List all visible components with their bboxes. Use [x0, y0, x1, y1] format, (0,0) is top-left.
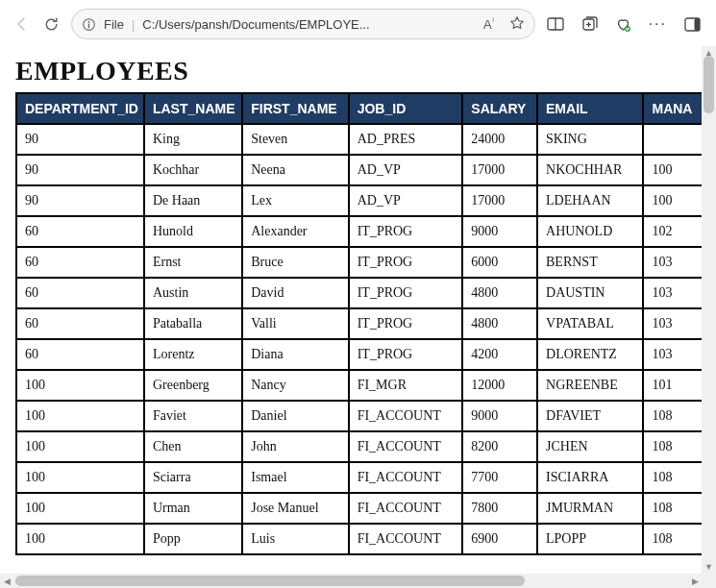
cell-email: SKING [537, 124, 643, 155]
cell-department_id: 60 [16, 308, 144, 339]
vertical-scrollbar[interactable]: ▲ ▼ [702, 46, 716, 574]
url-separator: | [132, 17, 135, 32]
cell-first_name: Lex [242, 185, 348, 216]
cell-manager_id: 100 [643, 155, 702, 185]
cell-email: AHUNOLD [537, 216, 643, 247]
cell-manager_id: 103 [643, 247, 702, 278]
cell-salary: 4800 [462, 278, 537, 308]
read-aloud-icon[interactable]: A⁾ [483, 16, 494, 32]
cell-salary: 6900 [462, 524, 537, 554]
cell-salary: 8200 [462, 431, 537, 462]
cell-salary: 17000 [462, 155, 537, 185]
cell-email: JMURMAN [537, 493, 643, 524]
col-email: EMAIL [537, 93, 643, 124]
table-row: 60PataballaValliIT_PROG4800VPATABAL103 [16, 308, 702, 339]
table-row: 90KingStevenAD_PRES24000SKING [16, 124, 702, 155]
cell-salary: 4800 [462, 308, 537, 339]
cell-department_id: 60 [16, 216, 144, 247]
cell-first_name: David [242, 278, 348, 308]
cell-department_id: 100 [16, 401, 144, 431]
cell-department_id: 100 [16, 370, 144, 401]
cell-manager_id: 102 [643, 216, 702, 247]
url-scheme: File [104, 17, 124, 32]
browser-toolbar: File | C:/Users/pansh/Documents/EMPLOYE.… [0, 0, 716, 46]
cell-first_name: Bruce [242, 247, 348, 278]
scroll-left-icon[interactable]: ◀ [0, 574, 13, 588]
cell-first_name: Diana [242, 339, 348, 370]
cell-last_name: Kochhar [144, 155, 242, 185]
cell-department_id: 90 [16, 155, 144, 185]
cell-last_name: Austin [144, 278, 242, 308]
cell-salary: 12000 [462, 370, 537, 401]
cell-job_id: IT_PROG [349, 339, 463, 370]
page-viewport: EMPLOYEES DEPARTMENT_ID LAST_NAME FIRST_… [0, 46, 716, 588]
cell-job_id: IT_PROG [349, 247, 463, 278]
split-screen-icon[interactable] [547, 16, 564, 32]
col-last-name: LAST_NAME [144, 93, 242, 124]
cell-last_name: Greenberg [144, 370, 242, 401]
cell-email: BERNST [537, 247, 643, 278]
vertical-scroll-thumb[interactable] [704, 56, 714, 113]
cell-salary: 9000 [462, 401, 537, 431]
cell-manager_id: 101 [643, 370, 702, 401]
table-row: 100FavietDanielFI_ACCOUNT9000DFAVIET108 [16, 401, 702, 431]
table-row: 60LorentzDianaIT_PROG4200DLORENTZ103 [16, 339, 702, 370]
cell-last_name: Lorentz [144, 339, 242, 370]
cell-job_id: FI_ACCOUNT [349, 462, 463, 493]
table-row: 100ChenJohnFI_ACCOUNT8200JCHEN108 [16, 431, 702, 462]
scrollbar-corner [702, 574, 716, 588]
table-header-row: DEPARTMENT_ID LAST_NAME FIRST_NAME JOB_I… [16, 93, 702, 124]
page-title: EMPLOYEES [15, 56, 692, 86]
more-icon[interactable]: ··· [649, 15, 667, 33]
refresh-icon [43, 16, 60, 33]
cell-salary: 24000 [462, 124, 537, 155]
col-salary: SALARY [462, 93, 537, 124]
cell-email: VPATABAL [537, 308, 643, 339]
collections-icon[interactable] [581, 16, 598, 32]
cell-email: NGREENBE [537, 370, 643, 401]
cell-manager_id: 103 [643, 308, 702, 339]
back-button[interactable] [13, 15, 31, 33]
sidebar-toggle-icon[interactable] [684, 17, 701, 32]
cell-job_id: FI_ACCOUNT [349, 401, 463, 431]
cell-job_id: AD_PRES [349, 124, 463, 155]
cell-manager_id: 108 [643, 401, 702, 431]
page-content: EMPLOYEES DEPARTMENT_ID LAST_NAME FIRST_… [0, 46, 702, 574]
horizontal-scroll-thumb[interactable] [15, 576, 525, 586]
table-row: 60AustinDavidIT_PROG4800DAUSTIN103 [16, 278, 702, 308]
cell-job_id: FI_ACCOUNT [349, 431, 463, 462]
arrow-left-icon [14, 16, 30, 32]
cell-email: LDEHAAN [537, 185, 643, 216]
cell-job_id: FI_ACCOUNT [349, 524, 463, 554]
cell-department_id: 100 [16, 462, 144, 493]
svg-point-1 [88, 20, 90, 22]
refresh-button[interactable] [42, 15, 60, 33]
cell-department_id: 90 [16, 124, 144, 155]
col-first-name: FIRST_NAME [242, 93, 348, 124]
horizontal-scrollbar[interactable]: ◀ ▶ [0, 574, 702, 588]
cell-manager_id: 108 [643, 462, 702, 493]
url-text: C:/Users/pansh/Documents/EMPLOYE... [142, 17, 476, 32]
cell-job_id: FI_ACCOUNT [349, 493, 463, 524]
cell-salary: 4200 [462, 339, 537, 370]
cell-manager_id: 103 [643, 278, 702, 308]
cell-salary: 7800 [462, 493, 537, 524]
scroll-right-icon[interactable]: ▶ [688, 574, 702, 588]
cell-department_id: 60 [16, 278, 144, 308]
toolbar-right: ··· [547, 15, 703, 33]
cell-email: ISCIARRA [537, 462, 643, 493]
cell-job_id: IT_PROG [349, 278, 463, 308]
cell-first_name: Valli [242, 308, 348, 339]
cell-first_name: Nancy [242, 370, 348, 401]
scroll-down-icon[interactable]: ▼ [702, 560, 716, 574]
browser-essentials-icon[interactable] [615, 16, 631, 33]
info-icon [82, 17, 96, 32]
table-row: 100SciarraIsmaelFI_ACCOUNT7700ISCIARRA10… [16, 462, 702, 493]
address-bar[interactable]: File | C:/Users/pansh/Documents/EMPLOYE.… [71, 9, 535, 39]
table-row: 90De HaanLexAD_VP17000LDEHAAN100 [16, 185, 702, 216]
cell-department_id: 100 [16, 493, 144, 524]
cell-first_name: Ismael [242, 462, 348, 493]
cell-last_name: Ernst [144, 247, 242, 278]
cell-salary: 6000 [462, 247, 537, 278]
favorite-icon[interactable] [509, 15, 525, 34]
